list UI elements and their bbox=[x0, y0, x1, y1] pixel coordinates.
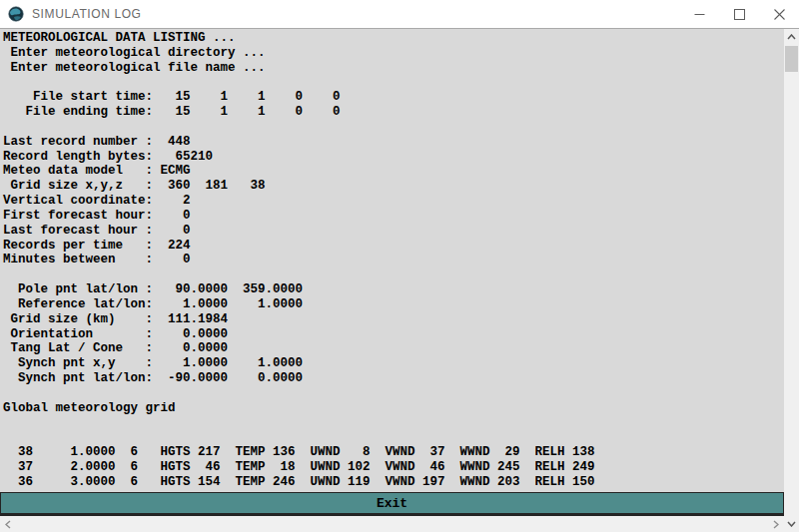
close-button[interactable] bbox=[759, 0, 799, 28]
chevron-right-icon bbox=[773, 520, 779, 529]
maximize-button[interactable] bbox=[719, 0, 759, 28]
log-content-area: METEOROLOGICAL DATA LISTING ... Enter me… bbox=[0, 29, 784, 492]
minimize-dash-icon bbox=[694, 9, 705, 20]
scroll-up-button[interactable] bbox=[784, 29, 799, 45]
horizontal-scrollbar[interactable] bbox=[0, 516, 784, 532]
window-controls bbox=[679, 0, 799, 28]
scroll-down-button[interactable] bbox=[784, 516, 799, 532]
minimize-button[interactable] bbox=[679, 0, 719, 28]
vertical-scrollbar[interactable] bbox=[784, 29, 799, 532]
titlebar[interactable]: SIMULATION LOG bbox=[0, 0, 799, 29]
log-text: METEOROLOGICAL DATA LISTING ... Enter me… bbox=[0, 29, 784, 490]
close-x-icon bbox=[774, 9, 785, 20]
window-title: SIMULATION LOG bbox=[32, 7, 142, 21]
simulation-log-window: SIMULATION LOG METEOROLOGICAL DATA LISTI… bbox=[0, 0, 799, 532]
maximize-square-icon bbox=[734, 9, 745, 20]
scroll-right-button[interactable] bbox=[768, 516, 784, 532]
chevron-down-icon bbox=[787, 521, 796, 527]
chevron-left-icon bbox=[5, 520, 11, 529]
scroll-left-button[interactable] bbox=[0, 516, 16, 532]
chevron-up-icon bbox=[787, 34, 796, 40]
vertical-scrollbar-thumb[interactable] bbox=[785, 46, 798, 72]
globe-icon bbox=[8, 6, 24, 22]
exit-button[interactable]: Exit bbox=[0, 492, 784, 516]
